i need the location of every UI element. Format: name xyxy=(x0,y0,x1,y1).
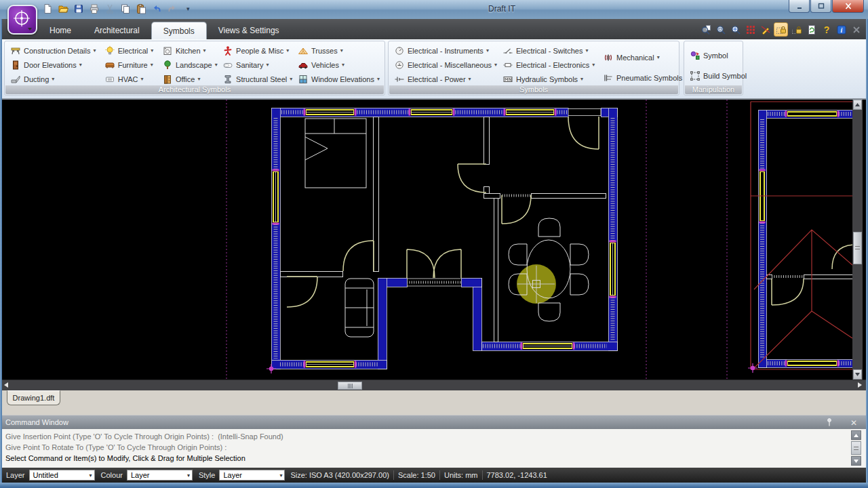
customize-qat-button[interactable]: ▾ xyxy=(186,5,190,12)
door-elevations-button[interactable]: Door Elevations▾ xyxy=(8,58,102,72)
close-button[interactable] xyxy=(832,0,864,13)
build-symbol-button[interactable]: Build Symbol xyxy=(688,68,749,83)
kitchen-button[interactable]: Kitchen▾ xyxy=(160,43,220,58)
trusses-button[interactable]: Trusses▾ xyxy=(296,43,381,58)
arrow-up-icon xyxy=(854,102,861,107)
svg-text:?: ? xyxy=(823,24,829,35)
cut-button[interactable] xyxy=(103,2,117,16)
style-dropdown[interactable]: Layer▾ xyxy=(219,470,285,481)
hydraulic-symbols-button[interactable]: Hydraulic Symbols▾ xyxy=(500,72,601,86)
command-scrollbar[interactable] xyxy=(851,430,861,466)
floor-plan-drawing[interactable] xyxy=(0,100,852,380)
group-manipulation: Symbol Build Symbol Manipulation xyxy=(684,41,743,96)
dropdown-arrow: ▾ xyxy=(266,62,269,68)
pneumatic-symbols-button[interactable]: Pneumatic Symbols▾ xyxy=(601,70,674,85)
horizontal-scroll-thumb[interactable] xyxy=(338,382,362,390)
minimize-ribbon-button[interactable] xyxy=(850,23,863,36)
electrical-button[interactable]: Electrical▾ xyxy=(102,43,160,58)
scroll-down-button[interactable] xyxy=(853,369,862,380)
electrical-switches-button[interactable]: Electrical - Switches▾ xyxy=(500,43,601,58)
people-misc-button[interactable]: People & Misc▾ xyxy=(220,43,296,58)
structural-steel-button[interactable]: Structural Steel▾ xyxy=(220,72,296,86)
refresh-drawing-icon xyxy=(806,24,817,35)
drawing-canvas[interactable] xyxy=(0,98,868,380)
minimize-icon xyxy=(795,2,804,10)
item-label: Electrical - Miscellaneous xyxy=(408,61,492,69)
kitchen-icon xyxy=(162,45,173,56)
vehicles-button[interactable]: Vehicles▾ xyxy=(296,58,381,72)
electrical-switches-icon xyxy=(502,45,513,56)
drawing-tab[interactable]: Drawing1.dft xyxy=(7,390,60,405)
scroll-right-button[interactable] xyxy=(857,382,863,390)
save-drawing-button[interactable] xyxy=(72,2,85,16)
scroll-left-button[interactable] xyxy=(3,382,9,390)
paste-button[interactable] xyxy=(134,2,148,16)
open-drawing-button[interactable] xyxy=(56,2,70,16)
electrical-icon xyxy=(104,45,115,56)
group-label: Manipulation xyxy=(685,85,742,94)
hvac-button[interactable]: HVAC▾ xyxy=(102,72,160,86)
undo-button[interactable] xyxy=(150,2,163,16)
pin-icon[interactable] xyxy=(825,417,835,428)
minimize-button[interactable] xyxy=(789,0,810,13)
vertical-scrollbar[interactable] xyxy=(852,100,863,380)
zoom-pan-icon xyxy=(730,24,741,35)
horizontal-scrollbar[interactable] xyxy=(0,380,868,390)
scroll-up-button[interactable] xyxy=(851,430,861,440)
zoom-window-button[interactable] xyxy=(714,23,727,36)
construction-details-button[interactable]: Construction Details▾ xyxy=(8,43,102,58)
command-window-body[interactable]: Give Insertion Point (Type 'O' To Cycle … xyxy=(0,429,868,468)
electrical-power-button[interactable]: Electrical - Power▾ xyxy=(392,72,500,86)
drawing-tab-bar: Drawing1.dft xyxy=(0,390,868,415)
electrical-miscellaneous-button[interactable]: Electrical - Miscellaneous▾ xyxy=(392,58,500,72)
zoom-pan-button[interactable] xyxy=(729,23,742,36)
dropdown-arrow: ▾ xyxy=(203,47,206,54)
tab-views-settings[interactable]: Views & Settings xyxy=(207,22,291,39)
application-menu-button[interactable] xyxy=(7,5,37,35)
tab-home[interactable]: Home xyxy=(38,22,83,39)
item-label: Pneumatic Symbols xyxy=(616,74,682,82)
sanitary-button[interactable]: Sanitary▾ xyxy=(220,58,296,72)
item-label: Furniture xyxy=(118,61,148,69)
item-label: Sanitary xyxy=(236,61,263,69)
refresh-drawing-button[interactable] xyxy=(805,23,818,36)
help-button[interactable]: ? xyxy=(820,23,833,36)
tab-symbols[interactable]: Symbols xyxy=(151,22,207,39)
zoom-document-button[interactable] xyxy=(699,23,712,36)
scroll-up-button[interactable] xyxy=(853,100,862,110)
colour-dropdown[interactable]: Layer▾ xyxy=(127,470,193,481)
electrical-instruments-icon xyxy=(394,45,405,56)
new-document-button[interactable] xyxy=(41,2,54,16)
lock-reference-button[interactable] xyxy=(790,23,803,36)
mechanical-button[interactable]: Mechanical▾ xyxy=(601,50,674,64)
electrical-electronics-button[interactable]: Electrical - Electronics▾ xyxy=(500,58,601,72)
redo-button[interactable] xyxy=(165,2,179,16)
electrical-instruments-button[interactable]: Electrical - Instruments▾ xyxy=(392,43,500,58)
landscape-button[interactable]: Landscape▾ xyxy=(160,58,220,72)
command-window-close[interactable]: ✕ xyxy=(850,416,857,430)
status-bar: Layer Untitled▾ Colour Layer▾ Style Laye… xyxy=(0,468,868,483)
tab-architectural[interactable]: Architectural xyxy=(83,22,151,39)
electrical-power-icon xyxy=(394,74,405,85)
command-scroll-thumb[interactable] xyxy=(851,441,861,455)
grid-button[interactable] xyxy=(744,23,757,36)
copy-button[interactable] xyxy=(119,2,132,16)
vertical-scroll-thumb[interactable] xyxy=(853,232,862,264)
ducting-button[interactable]: Ducting▾ xyxy=(8,72,102,86)
layer-dropdown[interactable]: Untitled▾ xyxy=(29,470,95,481)
dropdown-arrow: ▾ xyxy=(580,76,583,82)
office-button[interactable]: Office▾ xyxy=(160,72,220,86)
item-label: Electrical - Switches xyxy=(516,47,583,55)
print-icon xyxy=(89,3,100,14)
print-button[interactable] xyxy=(87,2,101,16)
maximize-button[interactable] xyxy=(810,0,831,13)
grid-snap-lock-button[interactable] xyxy=(774,22,788,37)
symbol-button[interactable]: Symbol xyxy=(688,48,749,62)
item-label: Symbol xyxy=(703,52,728,60)
about-button[interactable]: i xyxy=(835,23,848,36)
snap-toggle-button[interactable] xyxy=(759,23,772,36)
item-label: Kitchen xyxy=(176,47,201,55)
scroll-down-button[interactable] xyxy=(851,456,861,466)
window-elevations-button[interactable]: Window Elevations▾ xyxy=(296,72,381,86)
furniture-button[interactable]: Furniture▾ xyxy=(102,58,160,72)
